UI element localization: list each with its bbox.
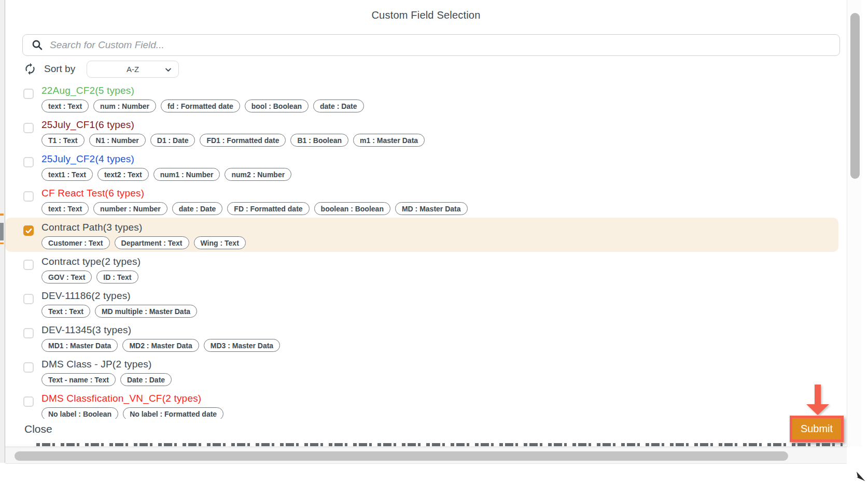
field-type-tag: num : Number [93,100,156,112]
custom-field-row[interactable]: DMS Class - JP(2 types)Text - name : Tex… [5,354,847,389]
field-type-tag: text1 : Text [41,168,93,181]
edge-fleck [0,243,4,244]
field-type-tag: text : Text [41,100,89,112]
checkbox-unchecked[interactable] [23,328,34,338]
field-type-tag: number : Number [93,202,167,215]
custom-field-row[interactable]: 25July_CF2(4 types)text1 : Texttext2 : T… [5,149,847,183]
modal-title: Custom Field Selection [5,9,847,21]
field-type-tag: date : Date [313,100,364,112]
checkbox-unchecked[interactable] [23,362,34,373]
sort-dropdown[interactable]: A-Z [87,61,179,78]
field-type-tags: GOV : TextID : Text [41,271,831,283]
field-type-tag: T1 : Text [41,134,85,147]
field-type-tag: Text - name : Text [41,373,116,386]
search-input[interactable] [50,35,839,55]
field-type-tag: num1 : Number [153,168,220,181]
custom-field-selection-modal: Custom Field Selection Sort by A-Z 22Aug… [5,0,847,447]
sort-dropdown-value: A-Z [127,65,139,74]
field-type-tag: text : Text [41,202,89,215]
field-type-tags: text : Textnumber : Numberdate : DateFD … [41,202,831,215]
close-button[interactable]: Close [24,423,52,435]
checkbox-unchecked[interactable] [23,260,34,270]
field-type-tag: fd : Formatted date [161,100,240,112]
field-type-tag: No label : Boolean [41,407,118,419]
custom-field-row[interactable]: DMS Classfication_VN_CF(2 types)No label… [5,389,847,419]
field-type-tags: Customer : TextDepartment : TextWing : T… [41,236,823,249]
custom-field-row[interactable]: DEV-11345(3 types)MD1 : Master DataMD2 :… [5,320,847,354]
checkbox-checked[interactable] [23,225,34,236]
custom-field-row[interactable]: DEV-11186(2 types)Text : TextMD multiple… [5,286,847,320]
horizontal-scrollbar-thumb[interactable] [15,451,788,461]
checkbox-unchecked[interactable] [23,191,34,202]
vertical-scrollbar-thumb[interactable] [850,13,860,179]
field-type-tag: date : Date [172,202,223,215]
custom-field-row[interactable]: 22Aug_CF2(5 types)text : Textnum : Numbe… [5,81,847,115]
custom-field-title: 25July_CF2(4 types) [41,153,831,165]
field-type-tag: FD : Formatted date [227,202,309,215]
field-type-tag: MD multiple : Master Data [95,305,197,318]
checkbox-unchecked[interactable] [23,157,34,167]
field-type-tags: Text - name : TextDate : Date [41,373,831,386]
field-type-tag: Customer : Text [41,236,110,249]
field-type-tag: boolean : Boolean [314,202,390,215]
field-type-tag: Date : Date [120,373,172,386]
field-type-tag: ID : Text [96,271,138,283]
mouse-cursor-icon [852,465,867,483]
field-type-tag: num2 : Number [225,168,291,181]
custom-field-row[interactable]: Contract type(2 types)GOV : TextID : Tex… [5,252,847,286]
field-type-tag: MD1 : Master Data [41,339,118,352]
field-type-tag: GOV : Text [41,271,92,283]
field-type-tag: N1 : Number [89,134,146,147]
underlying-page-edge [0,0,5,463]
custom-field-title: 25July_CF1(6 types) [41,119,831,131]
custom-field-title: DMS Classfication_VN_CF(2 types) [41,393,831,404]
field-type-tag: B1 : Boolean [290,134,348,147]
field-type-tag: No label : Formatted date [123,407,223,419]
custom-field-list: 22Aug_CF2(5 types)text : Textnum : Numbe… [5,81,847,419]
chevron-down-icon [164,66,172,74]
field-type-tag: Text : Text [41,305,90,318]
field-type-tags: Text : TextMD multiple : Master Data [41,305,831,318]
search-field[interactable] [22,34,840,56]
submit-button[interactable]: Submit [790,416,844,442]
field-type-tags: No label : BooleanNo label : Formatted d… [41,407,831,419]
field-type-tag: m1 : Master Data [353,134,425,147]
field-type-tags: text1 : Texttext2 : Textnum1 : Numbernum… [41,168,831,181]
checkmark-icon [25,227,33,235]
field-type-tag: FD1 : Formatted date [200,134,286,147]
field-type-tag: text2 : Text [97,168,149,181]
field-type-tags: MD1 : Master DataMD2 : Master DataMD3 : … [41,339,831,352]
checkbox-unchecked[interactable] [23,294,34,304]
edge-fleck [0,214,4,216]
custom-field-row[interactable]: 25July_CF1(6 types)T1 : TextN1 : NumberD… [5,115,847,149]
checkbox-unchecked[interactable] [23,89,34,99]
custom-field-title: DMS Class - JP(2 types) [41,359,831,370]
field-type-tags: T1 : TextN1 : NumberD1 : DateFD1 : Forma… [41,134,831,147]
edge-fleck [0,223,4,240]
search-icon [31,39,44,51]
annotation-arrow-icon [806,385,829,416]
field-type-tag: D1 : Date [150,134,195,147]
field-type-tag: Wing : Text [194,236,246,249]
checkbox-unchecked[interactable] [23,123,34,133]
custom-field-title: 22Aug_CF2(5 types) [41,85,831,96]
custom-field-row[interactable]: Contract Path(3 types)Customer : TextDep… [5,218,838,252]
custom-field-title: Contract type(2 types) [41,256,831,267]
field-type-tag: MD2 : Master Data [122,339,199,352]
checkbox-unchecked[interactable] [23,396,34,407]
sort-row: Sort by A-Z [23,60,179,78]
sort-by-label: Sort by [44,63,75,75]
vertical-scrollbar [847,0,862,447]
custom-field-title: CF React Test(6 types) [41,188,831,199]
custom-field-title: DEV-11345(3 types) [41,324,831,336]
custom-field-title: Contract Path(3 types) [41,222,823,233]
field-type-tag: MD3 : Master Data [204,339,280,352]
custom-field-row[interactable]: CF React Test(6 types)text : Textnumber … [5,183,847,218]
horizontal-scrollbar [5,447,847,464]
clipped-text-row [36,443,843,446]
field-type-tags: text : Textnum : Numberfd : Formatted da… [41,100,831,112]
field-type-tag: MD : Master Data [395,202,468,215]
custom-field-title: DEV-11186(2 types) [41,290,831,302]
field-type-tag: bool : Boolean [245,100,309,112]
refresh-icon[interactable] [23,62,37,76]
